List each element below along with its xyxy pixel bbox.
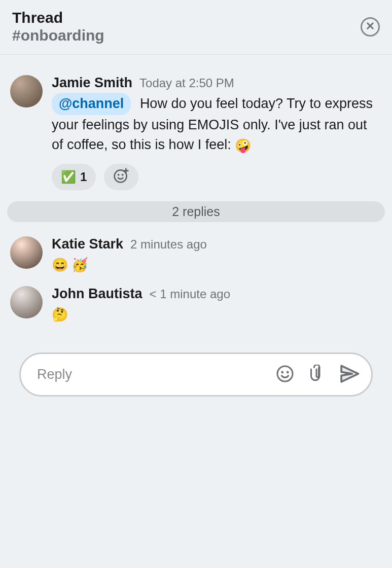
reply-composer xyxy=(19,352,373,397)
message-content: John Bautista < 1 minute ago 🤔 xyxy=(52,286,382,325)
reply-message: John Bautista < 1 minute ago 🤔 xyxy=(7,286,385,325)
message-header: John Bautista < 1 minute ago xyxy=(52,286,382,302)
message-timestamp: < 1 minute ago xyxy=(150,287,230,301)
composer-icons xyxy=(276,363,360,386)
reaction-count: 1 xyxy=(80,170,87,184)
message-author[interactable]: John Bautista xyxy=(52,286,142,302)
replies-separator[interactable]: 2 replies xyxy=(7,201,385,222)
root-message: Jamie Smith Today at 2:50 PM @channel Ho… xyxy=(7,75,385,190)
avatar[interactable] xyxy=(10,286,43,318)
add-reaction-button[interactable] xyxy=(104,164,138,190)
reply-message: Katie Stark 2 minutes ago 😄 🥳 xyxy=(7,236,385,275)
svg-point-8 xyxy=(282,372,283,373)
avatar[interactable] xyxy=(10,75,43,108)
svg-point-4 xyxy=(122,174,123,175)
thread-body: Jamie Smith Today at 2:50 PM @channel Ho… xyxy=(0,55,392,397)
svg-point-3 xyxy=(118,174,119,175)
emoji-icon xyxy=(276,365,294,384)
thread-header: Thread #onboarding xyxy=(0,0,392,55)
close-button[interactable] xyxy=(361,17,380,37)
message-header: Jamie Smith Today at 2:50 PM xyxy=(52,75,382,91)
message-body: @channel How do you feel today? Try to e… xyxy=(52,93,382,156)
message-author[interactable]: Katie Stark xyxy=(52,236,123,252)
message-header: Katie Stark 2 minutes ago xyxy=(52,236,382,252)
inline-emoji: 🤪 xyxy=(235,138,251,153)
message-content: Jamie Smith Today at 2:50 PM @channel Ho… xyxy=(52,75,382,190)
message-text: 🤔 xyxy=(52,307,68,322)
avatar[interactable] xyxy=(10,236,43,269)
send-button[interactable] xyxy=(339,363,360,386)
svg-point-2 xyxy=(115,170,127,182)
message-body: 🤔 xyxy=(52,304,382,325)
composer-wrap xyxy=(7,352,385,397)
svg-point-7 xyxy=(277,366,293,381)
reply-input[interactable] xyxy=(37,367,276,382)
svg-point-9 xyxy=(287,372,288,373)
message-author[interactable]: Jamie Smith xyxy=(52,75,132,91)
send-icon xyxy=(339,363,360,386)
channel-mention[interactable]: @channel xyxy=(52,93,131,115)
message-timestamp: Today at 2:50 PM xyxy=(139,76,234,90)
emoji-button[interactable] xyxy=(276,365,294,384)
add-reaction-icon xyxy=(113,167,129,187)
message-content: Katie Stark 2 minutes ago 😄 🥳 xyxy=(52,236,382,275)
paperclip-icon xyxy=(307,365,326,384)
thread-title: Thread xyxy=(12,9,104,27)
attach-button[interactable] xyxy=(307,365,326,384)
message-timestamp: 2 minutes ago xyxy=(130,237,207,252)
message-text: 😄 🥳 xyxy=(52,257,88,272)
close-icon xyxy=(366,21,375,32)
message-body: 😄 🥳 xyxy=(52,254,382,275)
reactions-row: ✅ 1 xyxy=(52,164,382,190)
channel-name: #onboarding xyxy=(12,27,104,45)
reaction-chip[interactable]: ✅ 1 xyxy=(52,164,96,190)
reaction-emoji: ✅ xyxy=(61,170,76,184)
thread-header-titles: Thread #onboarding xyxy=(12,9,104,44)
